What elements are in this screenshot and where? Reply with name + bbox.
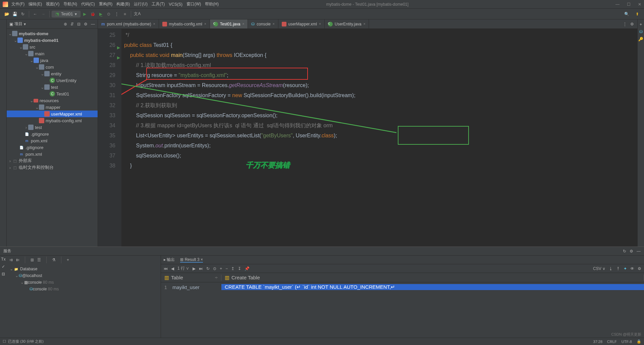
open-icon[interactable]: 📂	[3, 10, 11, 18]
page-info[interactable]: 1 行 ∨	[177, 266, 189, 271]
add-tool-icon[interactable]: +	[640, 22, 642, 27]
hide-icon[interactable]: —	[91, 22, 95, 26]
maximize-button[interactable]: ☐	[627, 2, 631, 7]
gear-icon[interactable]: ⚙	[630, 22, 634, 26]
tree-mybatis-config[interactable]: mybatis-config.xml	[7, 117, 98, 124]
tab-mybatis-config[interactable]: mybatis-config.xml×	[159, 19, 210, 28]
add-icon[interactable]: +	[67, 258, 69, 262]
save-icon[interactable]: 💾	[11, 10, 19, 18]
pin-icon[interactable]: 📌	[245, 266, 250, 271]
tree-test-pkg[interactable]: ⌄test	[7, 84, 98, 90]
console-node-2[interactable]: ⛁console 80 ms	[8, 286, 159, 292]
refresh-icon[interactable]: ↻	[623, 249, 626, 254]
rollback-icon[interactable]: ✓	[2, 264, 5, 269]
tree-gitignore2[interactable]: 📄.gitignore	[7, 144, 98, 151]
reload-icon[interactable]: ↻	[206, 266, 210, 271]
chevron-down-icon[interactable]: ▾	[24, 22, 26, 26]
tab-userentity[interactable]: CUserEntity.java×	[325, 19, 369, 28]
show-icon[interactable]: ⊙	[213, 266, 216, 271]
tree-test-dir[interactable]: ›test	[7, 124, 98, 131]
add-row-icon[interactable]: +	[220, 266, 222, 271]
menu-code[interactable]: 代码(C)	[81, 1, 95, 7]
tree-usermapper[interactable]: userMapper.xml	[7, 111, 98, 117]
eye-icon[interactable]: 👁	[630, 266, 634, 271]
close-icon[interactable]: ×	[204, 22, 206, 26]
caret-pos[interactable]: 37:28	[593, 340, 603, 344]
run-config-selector[interactable]: ⬔ Test01 ▾	[52, 11, 80, 17]
tab-usermapper[interactable]: userMapper.xml×	[278, 19, 325, 28]
run-button[interactable]: ▶	[80, 10, 89, 18]
line-sep[interactable]: CRLF	[607, 340, 617, 344]
back-icon[interactable]: ←	[31, 10, 39, 18]
tree-module[interactable]: ⌄mybatis-dome01	[7, 37, 98, 44]
tree-entity[interactable]: ⌄entity	[7, 70, 98, 77]
menu-edit[interactable]: 编辑(E)	[29, 1, 42, 7]
cell-table[interactable]: mayikt_user	[169, 284, 221, 290]
minimize-button[interactable]: —	[615, 2, 620, 7]
tab-test01[interactable]: CTest01.java×	[210, 19, 248, 28]
menu-window[interactable]: 窗口(W)	[186, 1, 201, 7]
last-icon[interactable]: ⏭	[199, 266, 203, 271]
upload-icon[interactable]: ⭱	[616, 266, 620, 271]
gear-icon[interactable]: ⚙	[630, 249, 633, 254]
close-window-button[interactable]: ✕	[638, 2, 641, 7]
menu-file[interactable]: 文件(F)	[11, 1, 24, 7]
output-tab[interactable]: ▸ 输出	[164, 257, 175, 263]
grid-row[interactable]: 1 mayikt_user CREATE TABLE `mayikt_user`…	[161, 282, 644, 292]
db-tool-icon[interactable]: ⛁	[639, 29, 643, 34]
tree-test01[interactable]: CTest01	[7, 90, 98, 97]
close-icon[interactable]: ×	[153, 22, 155, 26]
grid-icon[interactable]: ⊞	[31, 258, 34, 262]
close-icon[interactable]: ×	[364, 22, 366, 26]
forward-icon[interactable]: →	[39, 10, 47, 18]
menu-run[interactable]: 运行(U)	[134, 1, 148, 7]
lock-icon[interactable]: 🔒	[637, 339, 641, 344]
download-icon[interactable]: ⭳	[609, 266, 613, 271]
tree-java[interactable]: ⌄java	[7, 57, 98, 64]
project-label[interactable]: 项目	[14, 21, 22, 27]
rollback-icon[interactable]: ↧	[238, 266, 241, 271]
menu-help[interactable]: 帮助(H)	[205, 1, 219, 7]
stop-button[interactable]: ■	[121, 10, 129, 18]
tree-resources[interactable]: ⌄resources	[7, 97, 98, 104]
settings-icon[interactable]: ⚙	[638, 266, 641, 271]
status-icon[interactable]: ☐	[3, 339, 6, 344]
menu-refactor[interactable]: 重构(R)	[99, 1, 113, 7]
close-icon[interactable]: ×	[242, 22, 244, 26]
tree-pom2[interactable]: mpom.xml	[7, 151, 98, 157]
col-table[interactable]: Table	[171, 275, 183, 280]
tx-icon[interactable]: Tx	[1, 257, 5, 262]
hide-icon[interactable]: —	[637, 249, 641, 254]
result-tab[interactable]: ⊞ Result 3 ×	[180, 257, 203, 263]
update-icon[interactable]: ⬆	[633, 10, 641, 18]
key-tool-icon[interactable]: 🔑	[638, 37, 643, 42]
profile-button[interactable]: ⊙	[105, 10, 113, 18]
tree-scratch[interactable]: ›⬚临时文件和控制台	[7, 164, 98, 171]
console-node-1[interactable]: ⌄▦console 80 ms	[8, 279, 159, 286]
collapse-icon[interactable]: ⊟	[77, 22, 80, 26]
menu-view[interactable]: 视图(V)	[46, 1, 59, 7]
services-label[interactable]: 服务	[3, 248, 11, 254]
filter2-icon[interactable]: ⚗	[52, 258, 56, 262]
next-icon[interactable]: ▶	[193, 266, 196, 271]
commit-icon[interactable]: ↥	[231, 266, 234, 271]
tree-ext-lib[interactable]: ›⬚外部库	[7, 157, 98, 164]
tree-com[interactable]: ⌄com	[7, 64, 98, 70]
list-icon[interactable]: ☰	[37, 258, 41, 262]
col-create[interactable]: Create Table	[231, 275, 260, 280]
expand-icon[interactable]: ⇉	[9, 258, 13, 262]
menu-build[interactable]: 构建(B)	[116, 1, 130, 7]
host-node[interactable]: ⌄⛁@localhost	[8, 272, 159, 279]
menu-navigate[interactable]: 导航(N)	[63, 1, 77, 7]
menu-vcs[interactable]: VCS(S)	[169, 2, 182, 7]
encoding[interactable]: UTF-8	[622, 340, 632, 344]
prev-icon[interactable]: ◀	[171, 266, 174, 271]
menu-tools[interactable]: 工具(T)	[152, 1, 165, 7]
tree-gitignore[interactable]: 📄.gitignore	[7, 131, 98, 137]
result-grid[interactable]: ▥Table ÷ ▥Create Table 1 mayikt_user CRE…	[161, 273, 644, 338]
close-icon[interactable]: ×	[273, 22, 275, 26]
coverage-button[interactable]: ▶̲	[97, 10, 105, 18]
search-icon[interactable]: 🔍	[623, 10, 631, 18]
csv-selector[interactable]: CSV ∨	[593, 266, 605, 271]
tree-pom[interactable]: mpom.xml	[7, 137, 98, 144]
